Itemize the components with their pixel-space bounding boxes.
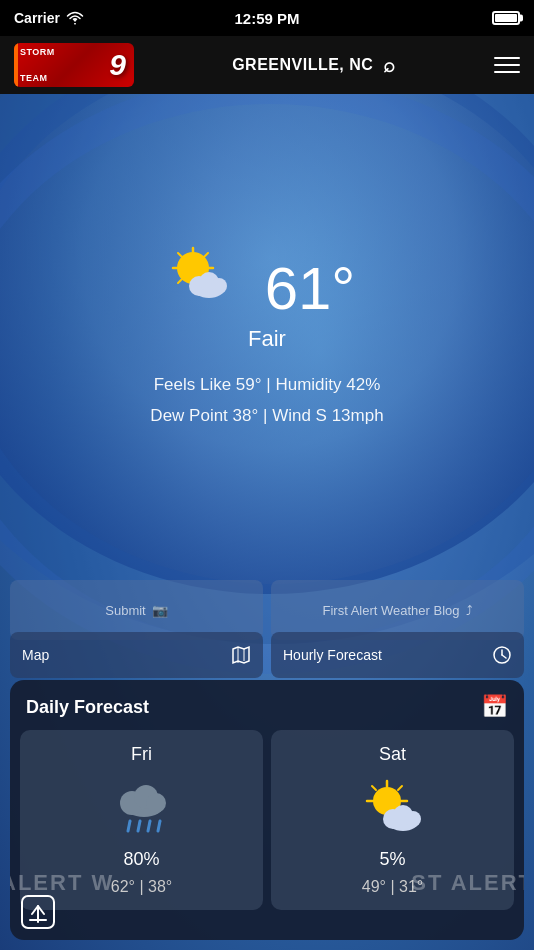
svg-line-23 xyxy=(138,821,140,831)
logo: STORM TEAM 9 xyxy=(14,43,134,87)
carrier-label: Carrier xyxy=(14,10,60,26)
menu-button[interactable] xyxy=(494,57,520,73)
map-label: Map xyxy=(22,647,49,663)
day-sat-percent: 5% xyxy=(379,849,405,870)
day-sat-icon xyxy=(363,777,423,837)
svg-line-25 xyxy=(158,821,160,831)
svg-line-5 xyxy=(178,253,182,257)
wifi-icon xyxy=(66,11,84,25)
submit-label: Submit xyxy=(105,603,145,618)
status-bar: Carrier 12:59 PM xyxy=(0,0,534,36)
status-time: 12:59 PM xyxy=(234,10,299,27)
header-bar: STORM TEAM 9 GREENVILLE, NC ⌕ xyxy=(0,36,534,94)
logo-team-text: TEAM xyxy=(20,73,48,83)
hourly-label: Hourly Forecast xyxy=(283,647,382,663)
alert-text-left: ALERT W xyxy=(10,870,114,896)
blog-label: First Alert Weather Blog xyxy=(322,603,459,618)
daily-forecast-title: Daily Forecast xyxy=(26,697,149,718)
logo-storm-text: STORM xyxy=(20,47,55,57)
day-fri-percent: 80% xyxy=(123,849,159,870)
calendar-icon[interactable]: 📅 xyxy=(481,694,508,720)
svg-point-37 xyxy=(405,811,421,827)
day-fri-name: Fri xyxy=(131,744,152,765)
map-icon xyxy=(231,645,251,665)
alert-text-right: ST ALERT xyxy=(411,870,524,896)
bottom-cards: Submit 📷 First Alert Weather Blog ⤴ Map … xyxy=(0,570,534,950)
sun-rays-svg xyxy=(171,246,229,304)
city-name: GREENVILLE, NC ⌕ xyxy=(232,54,396,77)
condition: Fair xyxy=(248,326,286,352)
logo-number: 9 xyxy=(109,48,126,82)
daily-forecast-card: ALERT W ST ALERT Daily Forecast 📅 Fri xyxy=(10,680,524,940)
temp-row: 61° xyxy=(179,254,356,324)
svg-line-24 xyxy=(148,821,150,831)
day-fri-icon xyxy=(112,777,172,837)
status-right xyxy=(492,11,520,25)
svg-point-12 xyxy=(211,278,227,294)
svg-point-21 xyxy=(146,793,166,813)
detail-line-2: Dew Point 38° | Wind S 13mph xyxy=(150,401,383,432)
day-sat-name: Sat xyxy=(379,744,406,765)
map-card[interactable]: Map xyxy=(10,632,263,678)
camera-icon: 📷 xyxy=(152,603,168,618)
svg-line-33 xyxy=(398,786,402,790)
svg-line-22 xyxy=(128,821,130,831)
weather-icon-main xyxy=(179,254,249,324)
daily-header: Daily Forecast 📅 xyxy=(10,680,524,730)
detail-line-1: Feels Like 59° | Humidity 42% xyxy=(150,370,383,401)
weather-details: Feels Like 59° | Humidity 42% Dew Point … xyxy=(150,370,383,431)
battery-icon xyxy=(492,11,520,25)
mid-cards-row: Map Hourly Forecast xyxy=(0,630,534,680)
svg-line-31 xyxy=(372,786,376,790)
share-button[interactable] xyxy=(20,894,56,930)
status-left: Carrier xyxy=(14,10,84,26)
share-icon xyxy=(20,894,56,930)
search-icon[interactable]: ⌕ xyxy=(383,54,396,77)
share-blog-icon: ⤴ xyxy=(466,603,473,618)
svg-line-7 xyxy=(204,253,208,257)
city-label: GREENVILLE, NC xyxy=(232,56,373,74)
svg-line-8 xyxy=(178,279,182,283)
svg-line-17 xyxy=(502,655,506,658)
current-weather: 61° Fair Feels Like 59° | Humidity 42% D… xyxy=(0,254,534,431)
day-fri-temps: 62° | 38° xyxy=(111,878,172,896)
main-weather-area: 61° Fair Feels Like 59° | Humidity 42% D… xyxy=(0,94,534,950)
temperature: 61° xyxy=(265,259,356,319)
clock-icon xyxy=(492,645,512,665)
hourly-forecast-card[interactable]: Hourly Forecast xyxy=(271,632,524,678)
